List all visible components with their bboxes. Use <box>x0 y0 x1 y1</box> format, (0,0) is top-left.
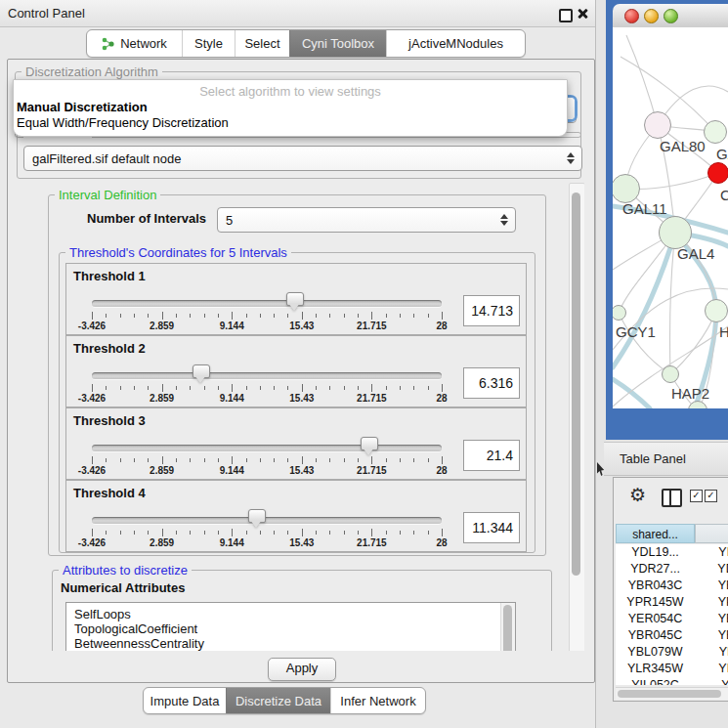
slider-thumb[interactable] <box>193 364 210 378</box>
tab-cyni-toolbox[interactable]: Cyni Toolbox <box>289 30 386 57</box>
hap2-node[interactable] <box>662 365 679 383</box>
threshold-2-label: Threshold 2 <box>73 341 146 356</box>
threshold-1-value-field[interactable]: 14.713 <box>463 295 520 326</box>
table-row[interactable]: YER054CYER0 <box>616 611 728 627</box>
tick-label: -3.426 <box>78 537 106 548</box>
close-icon[interactable] <box>577 8 588 20</box>
gal80-node[interactable] <box>644 111 671 139</box>
node[interactable] <box>705 299 728 322</box>
apply-button[interactable]: Apply <box>268 658 336 681</box>
attribute-list-item[interactable]: TopologicalCoefficient <box>66 621 515 636</box>
table-data-select[interactable]: galFiltered.sif default node <box>23 146 582 171</box>
table-hscrollbar-thumb[interactable] <box>618 690 721 698</box>
tab-infer-network[interactable]: Infer Network <box>330 688 425 713</box>
threshold-3-slider[interactable] <box>92 436 442 457</box>
table-row[interactable]: YBR043CYBR0 <box>616 578 728 594</box>
threshold-1-panel: Threshold 1 -3.4262.8599.14415.4321.7152… <box>65 263 527 335</box>
tick-label: 15.43 <box>289 393 314 404</box>
numerical-attributes-list[interactable]: SelfLoopsTopologicalCoefficientBetweenne… <box>65 602 516 651</box>
slider-track[interactable] <box>92 300 442 307</box>
tick-label: 28 <box>436 537 447 548</box>
table-row[interactable]: YLR345WYLR3 <box>616 661 728 677</box>
table-row[interactable]: YIL052CYIL0 <box>616 677 728 685</box>
threshold-2-slider[interactable] <box>92 364 442 385</box>
bottom-tab-bar: Impute Data Discretize Data Infer Networ… <box>143 687 426 714</box>
red-node[interactable] <box>707 162 728 184</box>
table-cell: YPR145W <box>616 594 695 611</box>
attributes-group-label: Attributes to discretize <box>59 563 192 578</box>
slider-track[interactable] <box>92 445 442 451</box>
tick-label: 21.715 <box>357 537 387 548</box>
table-row[interactable]: YPR145WYPR1 <box>616 594 728 611</box>
gear-icon[interactable]: ⚙ <box>629 484 646 506</box>
number-of-intervals-select[interactable]: 5 <box>217 207 516 233</box>
tab-select[interactable]: Select <box>235 30 289 57</box>
algorithm-prompt-option[interactable]: Select algorithm to view settings <box>14 84 567 100</box>
algorithm-option-equal-width[interactable]: Equal Width/Frequency Discretization <box>14 115 567 131</box>
threshold-4-value-field[interactable]: 11.344 <box>463 512 520 543</box>
columns-icon[interactable] <box>662 489 682 507</box>
threshold-3-value-field[interactable]: 21.4 <box>463 440 520 471</box>
settings-scrollbar-thumb[interactable] <box>572 193 580 576</box>
tab-cyni-toolbox-label: Cyni Toolbox <box>302 36 374 51</box>
tab-jactivemnodules[interactable]: jActiveMNodules <box>386 30 525 57</box>
network-view-window[interactable]: GAL80GACGAL11GAL4GCY1HHAP2 <box>606 0 728 440</box>
slider-thumb[interactable] <box>361 437 378 450</box>
list-scrollbar-thumb[interactable] <box>503 605 512 651</box>
tick-label: 2.859 <box>150 537 174 548</box>
float-window-icon[interactable] <box>559 9 573 22</box>
threshold-4-label: Threshold 4 <box>73 486 146 500</box>
table-horizontal-scrollbar[interactable] <box>616 687 728 700</box>
table-row[interactable]: YBL079WYBL0 <box>616 644 728 661</box>
tick-label: -3.426 <box>78 465 106 476</box>
table-cell: YDR27... <box>616 561 695 578</box>
slider-thumb[interactable] <box>286 292 304 306</box>
settings-vertical-scrollbar[interactable] <box>569 183 584 651</box>
table-cell: YBL079W <box>616 644 695 661</box>
network-node-label: GAL11 <box>622 200 667 217</box>
tab-discretize-data[interactable]: Discretize Data <box>226 688 330 713</box>
network-node-label: GAL4 <box>677 245 714 262</box>
panel-title: Control Panel <box>8 6 85 21</box>
combo-arrows-icon <box>567 152 581 164</box>
table-row[interactable]: YBR045CYBR0 <box>616 627 728 644</box>
gal4-node[interactable] <box>659 216 692 249</box>
checkbox-checked-icon[interactable]: ✓ <box>705 490 717 502</box>
tab-impute-data[interactable]: Impute Data <box>144 688 226 713</box>
attributes-group: Attributes to discretize Numerical Attri… <box>52 570 552 651</box>
algorithm-option-manual[interactable]: Manual Discretization <box>14 100 567 115</box>
tab-style[interactable]: Style <box>182 30 235 57</box>
node[interactable] <box>704 120 727 144</box>
column-header-name[interactable]: n <box>695 524 728 543</box>
list-scrollbar[interactable] <box>500 603 515 651</box>
threshold-2-value-field[interactable]: 6.316 <box>463 367 520 399</box>
checkbox-checked-icon[interactable]: ✓ <box>690 490 703 502</box>
network-canvas[interactable]: GAL80GACGAL11GAL4GCY1HHAP2 <box>613 27 728 408</box>
minimize-traffic-light-icon[interactable] <box>644 9 659 23</box>
table-cell: YBL0 <box>695 644 728 661</box>
attribute-list-item[interactable]: BetweennessCentrality <box>66 636 515 651</box>
tick-label: 15.43 <box>289 465 314 476</box>
column-visibility-icons: ✓ ✓ <box>690 490 717 502</box>
slider-track[interactable] <box>92 517 442 524</box>
attribute-list-item[interactable]: SelfLoops <box>66 607 515 621</box>
tab-network[interactable]: Network <box>87 30 182 57</box>
threshold-2-panel: Threshold 2 -3.4262.8599.14415.4321.7152… <box>65 335 527 407</box>
slider-track[interactable] <box>92 372 442 379</box>
table-row[interactable]: YDR27...YDR2 <box>616 561 728 578</box>
zoom-traffic-light-icon[interactable] <box>664 9 678 23</box>
table-cell: YBR043C <box>616 578 695 594</box>
slider-thumb[interactable] <box>248 509 266 523</box>
network-window-titlebar[interactable] <box>613 4 728 28</box>
threshold-4-slider[interactable] <box>92 508 442 530</box>
network-icon <box>102 37 115 51</box>
thresholds-group: Threshold's Coordinates for 5 Intervals … <box>59 252 535 553</box>
table-cell: YLR3 <box>695 661 728 677</box>
table-row[interactable]: YDL19...YDL1 <box>616 544 728 561</box>
column-header-shared-name[interactable]: shared... <box>616 524 695 543</box>
combo-arrows-icon <box>500 214 515 226</box>
threshold-1-slider[interactable] <box>92 291 442 313</box>
slider-tick-labels: -3.4262.8599.14415.4321.71528 <box>92 465 442 476</box>
close-traffic-light-icon[interactable] <box>624 9 639 23</box>
tab-discretize-data-label: Discretize Data <box>236 694 321 708</box>
